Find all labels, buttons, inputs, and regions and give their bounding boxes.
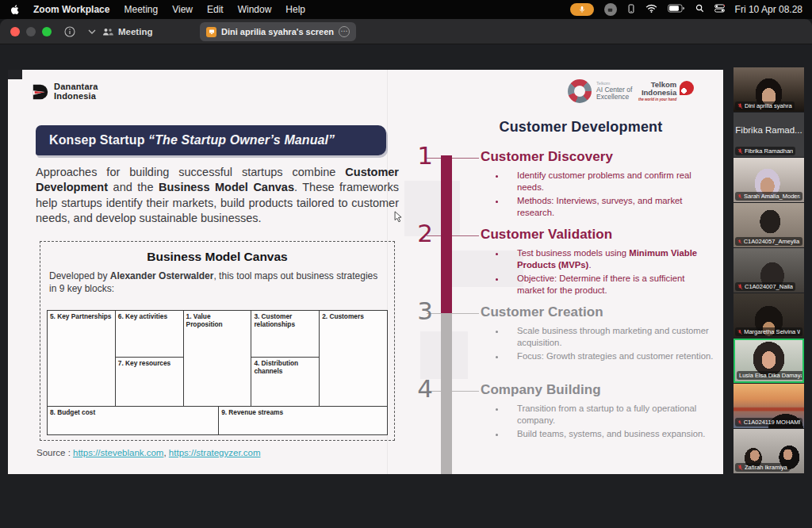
strategyzer-link[interactable]: https://strategyzer.com <box>169 448 261 457</box>
danantara-logo: DanantaraIndonesia <box>32 82 98 101</box>
muted-mic-icon <box>737 329 742 335</box>
step-bullets-company-building: Transition from a startup to a fully ope… <box>495 403 714 442</box>
ai-center-of-excellence-logo: Telkom AI Center of Excellence <box>568 79 632 103</box>
step-number-3: 3 <box>403 297 433 325</box>
battery-icon[interactable] <box>668 4 685 15</box>
slide-title-banner: Konsep Startup “The Startup Owner’s Manu… <box>36 125 386 155</box>
participant-tile-fibrika[interactable]: Fibrika Ramad... Fibrika Ramadhan <box>733 113 804 157</box>
bmc-cell-budget-cost: 8. Budget cost <box>48 407 219 435</box>
timeline-tick <box>427 391 479 392</box>
timeline-tick <box>427 158 479 159</box>
danantara-emblem-icon <box>32 83 49 101</box>
participant-name: C1A024007_Naila <box>745 283 793 290</box>
intro-paragraph: Approaches for building successful start… <box>36 165 399 226</box>
bmc-cell-revenue-streams: 9. Revenue streams <box>219 407 387 435</box>
telkom-hand-icon <box>680 81 694 95</box>
step-number-2: 2 <box>403 219 433 247</box>
wifi-icon[interactable] <box>645 4 657 15</box>
menu-item-view[interactable]: View <box>172 4 193 15</box>
participant-tile-lusia-active-speaker[interactable]: Lusia Elsa Dika Damayanty <box>733 339 804 383</box>
bmc-grid: 5. Key Partnerships 6. Key activities 7.… <box>47 310 388 435</box>
shared-screen-tab[interactable]: Dini aprilia syahra's screen ⋯ <box>200 22 356 41</box>
participants-strip: Dini aprilia syahra Fibrika Ramad... Fib… <box>733 67 804 474</box>
step-title-customer-creation: Customer Creation <box>481 304 603 320</box>
timeline-bar-maroon <box>441 155 452 313</box>
mic-in-use-indicator[interactable] <box>570 3 594 16</box>
menu-item-app[interactable]: Zoom Workplace <box>33 4 109 15</box>
muted-mic-icon <box>737 148 743 155</box>
timeline-tick <box>427 235 479 236</box>
participant-name: Sarah Amalia_Moderator <box>744 193 800 200</box>
step-title-customer-discovery: Customer Discovery <box>481 149 613 165</box>
bmc-cell-customers: 2. Customers <box>320 311 387 406</box>
display-icon[interactable] <box>627 4 635 16</box>
participant-name: C1A024057_Ameylia Fa... <box>744 238 800 245</box>
muted-mic-icon <box>737 419 742 426</box>
shared-screen-slide: DanantaraIndonesia Telkom AI Center of E… <box>8 70 723 474</box>
ai-coe-spiral-icon <box>568 79 592 103</box>
bmc-cell-key-activities: 6. Key activities <box>116 311 183 357</box>
step-title-company-building: Company Building <box>481 382 601 398</box>
zoom-window-titlebar: Meeting Dini aprilia syahra's screen ⋯ <box>0 19 812 44</box>
menu-item-edit[interactable]: Edit <box>207 4 224 15</box>
apple-menu-icon[interactable] <box>10 4 21 15</box>
participant-tile-mohamma[interactable]: C1A024119 MOHAMMA... <box>733 384 804 428</box>
step-bullets-customer-creation: Scale business through marketing and cus… <box>495 325 714 365</box>
participant-name: Lusia Elsa Dika Damayanty <box>739 372 802 379</box>
window-zoom-button[interactable] <box>42 27 52 36</box>
participant-tile-sarah[interactable]: Sarah Amalia_Moderator <box>733 158 804 202</box>
menu-item-meeting[interactable]: Meeting <box>124 4 158 15</box>
timeline-tick <box>427 313 479 314</box>
screen-record-indicator[interactable] <box>604 3 617 16</box>
participant-tile-zafirah[interactable]: Zafirah Ikramiya <box>733 429 804 473</box>
muted-mic-icon <box>737 465 743 471</box>
bmc-cell-distribution-channels: 4. Distribution channels <box>251 357 319 406</box>
people-icon <box>102 28 113 36</box>
participant-name: Zafirah Ikramiya <box>745 464 787 471</box>
shared-screen-tab-label: Dini aprilia syahra's screen <box>221 27 334 36</box>
steveblank-link[interactable]: https://steveblank.com <box>73 448 163 457</box>
mouse-cursor <box>394 211 403 227</box>
muted-mic-icon <box>737 239 742 245</box>
tab-options-icon[interactable]: ⋯ <box>339 26 350 37</box>
participant-tile-naila[interactable]: C1A024007_Naila <box>733 248 804 293</box>
participant-tile-dini[interactable]: Dini aprilia syahra <box>733 67 804 112</box>
source-line: Source : https://steveblank.com, https:/… <box>36 448 261 457</box>
bmc-cell-key-resources: 7. Key resources <box>116 357 183 406</box>
control-center-icon[interactable] <box>714 4 725 15</box>
screen-share-icon <box>206 27 216 37</box>
muted-mic-icon <box>737 284 743 290</box>
window-minimize-button[interactable] <box>26 27 36 36</box>
participant-tile-margaretha[interactable]: Margaretha Selvina W... <box>733 293 804 338</box>
bmc-title: Business Model Canvas <box>40 250 394 264</box>
window-close-button[interactable] <box>10 27 20 36</box>
meeting-tab-label: Meeting <box>118 27 152 36</box>
participant-name: Margaretha Selvina W... <box>744 328 800 335</box>
step-bullets-customer-validation: Test business models using Minimum Viabl… <box>495 247 714 299</box>
macos-menu-bar: Zoom Workplace Meeting View Edit Window … <box>0 0 812 19</box>
bmc-cell-key-partnerships: 5. Key Partnerships <box>48 311 116 406</box>
bmc-cell-value-proposition: 1. Value Proposition <box>184 311 252 406</box>
participant-name: Fibrika Ramadhan <box>745 147 793 155</box>
info-icon[interactable] <box>64 26 75 37</box>
timeline-bar-gray <box>441 313 452 474</box>
step-title-customer-validation: Customer Validation <box>481 227 612 243</box>
meeting-tab[interactable]: Meeting <box>102 27 152 36</box>
step-number-1: 1 <box>403 141 433 170</box>
zoom-meeting-content: DanantaraIndonesia Telkom AI Center of E… <box>0 44 812 528</box>
participant-name: C1A024119 MOHAMMA... <box>744 419 800 426</box>
menu-item-window[interactable]: Window <box>238 4 272 15</box>
telkom-indonesia-logo: Telkom Indonesia the world in your hand <box>638 81 694 102</box>
chevron-down-icon[interactable] <box>88 29 96 34</box>
step-number-4: 4 <box>403 374 433 403</box>
business-model-canvas-box: Business Model Canvas Developed by Alexa… <box>40 241 395 441</box>
screen-corner-artifact <box>8 70 22 79</box>
search-icon[interactable] <box>695 4 704 15</box>
muted-mic-icon <box>737 193 742 200</box>
bmc-subtitle: Developed by Alexander Osterwalder, this… <box>49 270 385 295</box>
menu-item-help[interactable]: Help <box>285 4 305 15</box>
participant-name: Dini aprilia syahra <box>745 102 792 109</box>
participant-tile-ameylia[interactable]: C1A024057_Ameylia Fa... <box>733 203 804 247</box>
menu-bar-clock[interactable]: Fri 10 Apr 08.28 <box>735 4 802 15</box>
muted-mic-icon <box>737 103 743 109</box>
